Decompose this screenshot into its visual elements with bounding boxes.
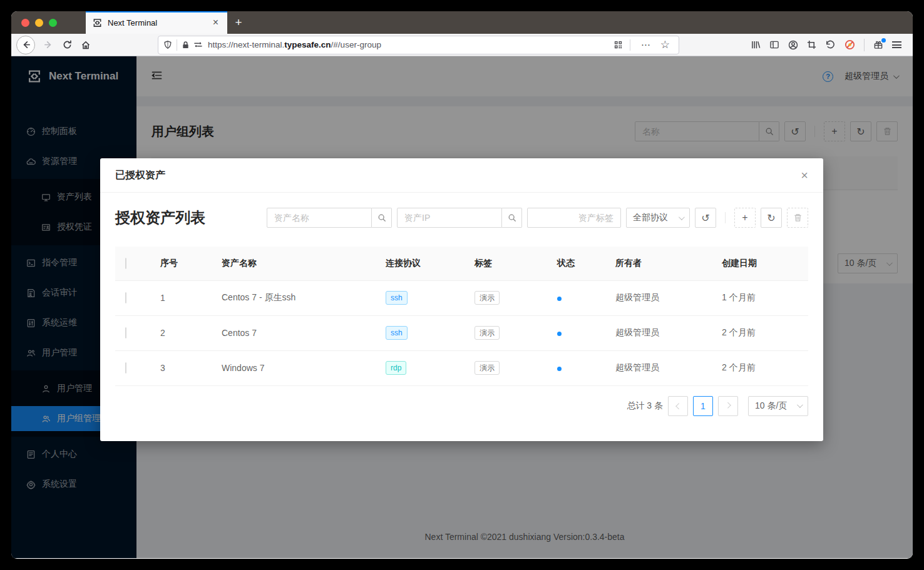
forward-button[interactable] [39,36,58,54]
whats-new-gift-icon[interactable] [873,40,883,49]
new-tab-button[interactable]: + [227,11,250,34]
minimize-window-button[interactable] [35,19,43,27]
toolbar-divider [864,39,865,51]
cell-asset-name: Centos 7 - 原生ssh [212,280,376,315]
row-checkbox[interactable] [125,327,126,338]
reload-button[interactable] [58,36,76,54]
modal-title: 已授权资产 [115,169,165,182]
row-checkbox[interactable] [125,362,126,374]
label-tag: 演示 [475,291,500,305]
protocol-select[interactable]: 全部协议 [626,208,690,228]
content-blocker-icon[interactable] [844,39,855,50]
table-row: 3 Windows 7 rdp 演示 超级管理员 2 个月前 [115,350,808,385]
asset-name-input[interactable] [267,208,372,228]
status-dot [557,297,562,301]
asset-name-search-button[interactable] [372,208,392,228]
url-path: /#/user-group [331,40,381,49]
url-domain: typesafe.cn [284,40,331,49]
cell-asset-name: Centos 7 [212,315,376,350]
cell-index: 3 [150,350,212,385]
column-header: 标签 [465,247,547,280]
asset-add-button[interactable]: + [734,208,756,228]
back-button[interactable] [16,36,35,54]
bookmark-star-icon[interactable]: ☆ [657,38,674,51]
modal-close-icon[interactable]: × [801,169,808,181]
protocol-tag: ssh [386,291,408,305]
tab-title: Next Terminal [108,18,205,28]
page-size-select[interactable]: 10 条/页 [748,396,808,416]
menu-hamburger-icon[interactable] [892,41,901,48]
asset-refresh-button[interactable]: ↻ [761,208,782,228]
asset-tag-input[interactable] [527,208,621,228]
qr-code-icon[interactable] [613,40,623,49]
urlbar-divider [177,39,177,51]
column-header: 资产名称 [212,247,376,280]
table-row: 2 Centos 7 ssh 演示 超级管理员 2 个月前 [115,315,808,350]
pagination-total: 总计 3 条 [627,400,663,412]
asset-reset-button[interactable]: ↺ [695,208,716,228]
cell-index: 2 [150,315,212,350]
asset-ip-search [397,208,522,228]
close-window-button[interactable] [21,19,29,27]
column-header: 序号 [150,247,212,280]
cell-created: 1 个月前 [712,280,808,315]
column-header: 状态 [547,247,605,280]
app-viewport: Next Terminal 控制面板 资源管理 资产列表 [11,56,913,558]
select-chevron-down-icon [679,214,685,220]
browser-tabbar: Next Terminal × + [11,11,913,34]
next-page-button[interactable] [718,396,738,416]
screenshot-icon[interactable] [807,40,816,49]
next-terminal-favicon [92,18,103,28]
tab-close-icon[interactable]: × [210,16,221,29]
browser-toolbar: https://next-terminal.typesafe.cn/#/user… [11,34,913,56]
page-actions-icon[interactable]: ⋯ [637,39,654,51]
browser-window: Next Terminal × + [11,11,913,559]
toolbar-divider [725,212,726,223]
modal-body: 授权资产列表 全部协议 [100,193,823,431]
permissions-icon[interactable] [193,41,203,49]
url-bar[interactable]: https://next-terminal.typesafe.cn/#/user… [158,36,679,54]
lock-icon[interactable] [182,41,190,49]
account-icon[interactable] [788,40,798,50]
cell-asset-name: Windows 7 [212,350,376,385]
cell-created: 2 个月前 [712,315,808,350]
modal-header: 已授权资产 × [100,158,823,193]
label-tag: 演示 [475,361,500,375]
tracking-shield-icon[interactable] [163,40,172,49]
asset-list-toolbar: 授权资产列表 全部协议 [115,208,808,228]
row-checkbox[interactable] [125,292,126,303]
status-dot [557,332,562,336]
asset-table-header-row: 序号 资产名称 连接协议 标签 状态 所有者 创建日期 [115,247,808,280]
label-tag: 演示 [475,326,500,340]
undo-history-icon[interactable] [825,40,836,49]
zoom-window-button[interactable] [49,19,57,27]
protocol-tag: rdp [386,361,406,375]
cell-index: 1 [150,280,212,315]
table-row: 1 Centos 7 - 原生ssh ssh 演示 超级管理员 1 个月前 [115,280,808,315]
asset-delete-button[interactable] [787,208,808,228]
asset-ip-search-button[interactable] [502,208,522,228]
toolbar-extensions [742,39,908,51]
url-text[interactable]: https://next-terminal.typesafe.cn/#/user… [208,40,613,49]
urlbar-divider2 [630,39,630,51]
asset-table: 序号 资产名称 连接协议 标签 状态 所有者 创建日期 [115,247,808,386]
cell-created: 2 个月前 [712,350,808,385]
page-size-value: 10 条/页 [755,400,787,412]
asset-pagination: 总计 3 条 1 10 条/页 [115,396,808,416]
status-dot [557,367,562,371]
screenshot-canvas: Next Terminal × + [0,0,924,570]
select-chevron-down-icon [797,402,803,408]
browser-tab-active[interactable]: Next Terminal × [86,11,227,34]
url-prefix: https://next-terminal. [208,40,284,49]
cell-owner: 超级管理员 [605,280,712,315]
sidebar-toggle-icon[interactable] [769,40,779,49]
column-header: 连接协议 [376,247,465,280]
prev-page-button[interactable] [668,396,688,416]
library-icon[interactable] [751,40,761,49]
home-button[interactable] [76,36,95,54]
select-all-checkbox[interactable] [125,258,126,269]
notification-dot [881,38,886,43]
page-1-button[interactable]: 1 [693,396,713,416]
asset-ip-input[interactable] [397,208,502,228]
cell-owner: 超级管理员 [605,315,712,350]
